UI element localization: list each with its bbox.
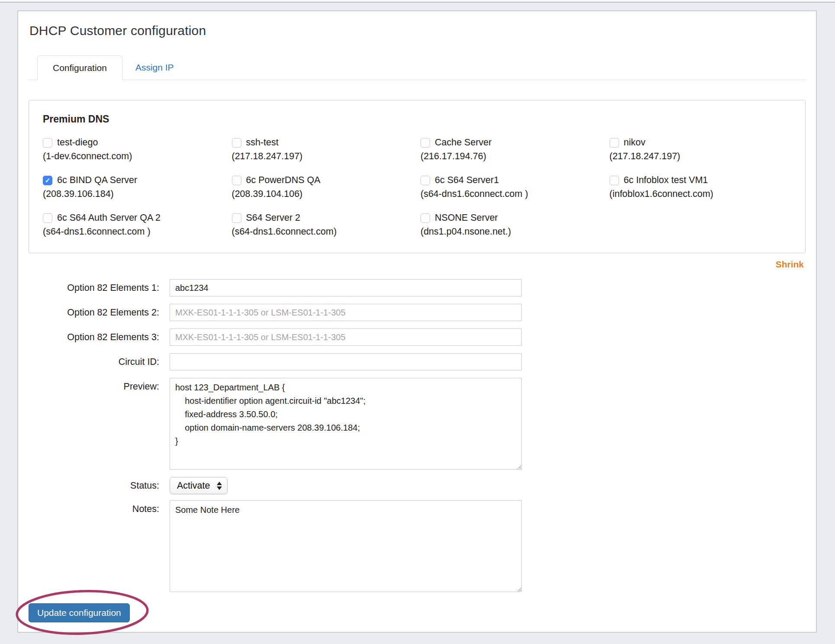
dns-server-name: NSONE Server (435, 213, 498, 223)
dns-server-grid: test-diego (1-dev.6connect.com) ssh-test… (43, 137, 791, 237)
dns-checkbox[interactable] (232, 213, 241, 223)
dns-server-name: ssh-test (246, 137, 279, 148)
dns-checkbox[interactable]: ✓ (43, 176, 52, 185)
page-title: DHCP Customer configuration (29, 23, 816, 38)
status-selected-value: Activate (177, 480, 210, 491)
update-configuration-button[interactable]: Update configuration (29, 603, 130, 622)
tab-configuration[interactable]: Configuration (37, 55, 122, 80)
dns-server-option[interactable]: test-diego (1-dev.6connect.com) (43, 137, 225, 162)
dns-checkbox[interactable] (421, 138, 430, 148)
dns-server-host: (208.39.104.106) (232, 189, 414, 200)
tab-bar: Configuration Assign IP (28, 55, 806, 80)
dns-checkbox[interactable] (610, 138, 619, 148)
dns-checkbox[interactable] (421, 213, 430, 223)
tab-assign-ip[interactable]: Assign IP (122, 55, 187, 80)
dns-server-name: 6c Infoblox test VM1 (624, 175, 708, 186)
status-label: Status: (18, 477, 170, 494)
notes-label: Notes: (18, 500, 170, 592)
dns-checkbox[interactable] (232, 176, 241, 185)
button-row: Update configuration (29, 603, 816, 622)
dns-server-host: (s64-dns1.6connect.com ) (421, 189, 603, 200)
dns-server-host: (dns1.p04.nsone.net.) (421, 226, 603, 237)
dns-checkbox[interactable] (43, 138, 52, 148)
dns-server-option[interactable]: 6c S64 Auth Server QA 2 (s64-dns1.6conne… (43, 213, 225, 237)
option82-2-input[interactable] (170, 304, 522, 321)
dns-server-host: (217.18.247.197) (610, 151, 792, 162)
dns-checkbox[interactable] (232, 138, 241, 148)
dns-server-host: (208.39.106.184) (43, 189, 225, 200)
status-select[interactable]: Activate (170, 477, 228, 494)
dns-server-option[interactable]: 6c S64 Server1 (s64-dns1.6connect.com ) (421, 175, 603, 200)
dns-server-option[interactable]: ssh-test (217.18.247.197) (232, 137, 414, 162)
dns-server-name: nikov (624, 137, 646, 148)
dns-server-name: 6c BIND QA Server (57, 175, 137, 186)
premium-dns-panel: Premium DNS test-diego (1-dev.6connect.c… (29, 100, 806, 253)
dns-server-name: 6c S64 Server1 (435, 175, 499, 186)
option82-1-label: Option 82 Elements 1: (18, 279, 170, 296)
dns-server-host: (217.18.247.197) (232, 151, 414, 162)
option82-3-row: Option 82 Elements 3: (18, 328, 816, 346)
circuit-id-label: Circuit ID: (18, 353, 170, 370)
option82-1-row: Option 82 Elements 1: (18, 279, 816, 296)
dns-server-host: (s64-dns1.6connect.com ) (43, 226, 225, 237)
dns-server-option[interactable]: 6c PowerDNS QA (208.39.104.106) (232, 175, 414, 200)
option82-2-row: Option 82 Elements 2: (18, 304, 816, 321)
preview-textarea[interactable]: host 123_Department_LAB { host-identifie… (170, 378, 522, 470)
configuration-form: Option 82 Elements 1: Option 82 Elements… (18, 279, 816, 592)
preview-row: Preview: host 123_Department_LAB { host-… (18, 378, 816, 470)
dns-server-option[interactable]: Cache Server (216.17.194.76) (421, 137, 603, 162)
option82-1-input[interactable] (170, 279, 522, 296)
dns-server-host: (s64-dns1.6connect.com) (232, 226, 414, 237)
dns-server-name: test-diego (57, 137, 98, 148)
dns-server-name: Cache Server (435, 137, 491, 148)
notes-textarea[interactable]: Some Note Here (170, 500, 522, 592)
circuit-id-row: Circuit ID: (18, 353, 816, 370)
dns-server-host: (216.17.194.76) (421, 151, 603, 162)
premium-dns-title: Premium DNS (43, 113, 791, 125)
dhcp-configuration-card: DHCP Customer configuration Configuratio… (17, 10, 817, 633)
circuit-id-input[interactable] (170, 353, 522, 370)
dns-server-host: (1-dev.6connect.com) (43, 151, 225, 162)
dns-server-option[interactable]: S64 Server 2 (s64-dns1.6connect.com) (232, 213, 414, 237)
dns-server-name: 6c S64 Auth Server QA 2 (57, 213, 161, 223)
shrink-link[interactable]: Shrink (776, 259, 804, 269)
dns-server-option[interactable]: ✓ 6c BIND QA Server (208.39.106.184) (43, 175, 225, 200)
dns-checkbox[interactable] (610, 176, 619, 185)
option82-2-label: Option 82 Elements 2: (18, 304, 170, 321)
dns-checkbox[interactable] (421, 176, 430, 185)
status-row: Status: Activate (18, 477, 816, 494)
dns-server-host: (infoblox1.6connect.com) (610, 189, 792, 200)
dns-server-name: S64 Server 2 (246, 213, 300, 223)
option82-3-label: Option 82 Elements 3: (18, 328, 170, 346)
dns-checkbox[interactable] (43, 213, 52, 223)
option82-3-input[interactable] (170, 328, 522, 346)
dns-server-option[interactable]: 6c Infoblox test VM1 (infoblox1.6connect… (610, 175, 792, 200)
preview-label: Preview: (18, 378, 170, 470)
select-arrows-icon (217, 482, 222, 490)
dns-server-option[interactable]: NSONE Server (dns1.p04.nsone.net.) (421, 213, 603, 237)
dns-server-option[interactable]: nikov (217.18.247.197) (610, 137, 792, 162)
notes-row: Notes: Some Note Here (18, 500, 816, 592)
shrink-row: Shrink (18, 259, 804, 270)
dns-server-name: 6c PowerDNS QA (246, 175, 321, 186)
browser-top-strip (0, 0, 835, 3)
